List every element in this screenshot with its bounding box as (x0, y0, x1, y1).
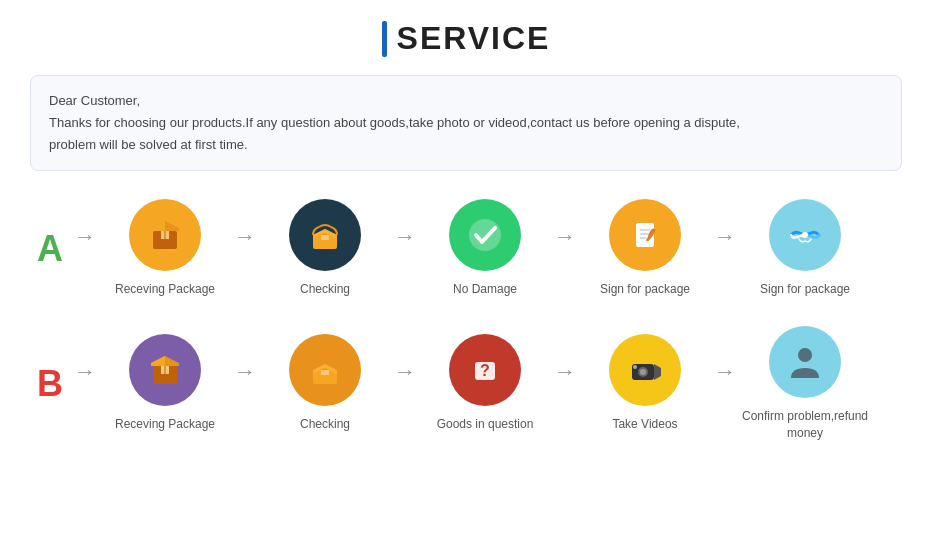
row-b-label: B (30, 363, 70, 405)
flow-row-b: B → Receving Package → (30, 326, 902, 442)
flow-section: A → Receving Package → (30, 199, 902, 441)
page-title: SERVICE (382, 20, 551, 57)
notice-line2: Thanks for choosing our products.If any … (49, 112, 883, 134)
svg-point-15 (802, 232, 808, 238)
arrow: → (394, 359, 416, 409)
step-a-5-icon (769, 199, 841, 271)
step-b-5-label: Confirm problem,refund money (740, 408, 870, 442)
step-b-1-label: Receving Package (115, 416, 215, 433)
step-a-1-label: Receving Package (115, 281, 215, 298)
svg-point-29 (640, 369, 646, 375)
step-a-5-label: Sign for package (760, 281, 850, 298)
step-a-2-label: Checking (300, 281, 350, 298)
notice-line3: problem will be solved at first time. (49, 134, 883, 156)
step-b-1-icon (129, 334, 201, 406)
step-b-4: Take Videos (580, 334, 710, 433)
step-b-1: Receving Package (100, 334, 230, 433)
step-b-3-icon: ? (449, 334, 521, 406)
svg-point-31 (633, 365, 637, 369)
step-b-2-label: Checking (300, 416, 350, 433)
step-a-1: Receving Package (100, 199, 230, 298)
svg-point-32 (798, 348, 812, 362)
step-a-2-icon (289, 199, 361, 271)
notice-line1: Dear Customer, (49, 90, 883, 112)
svg-rect-24 (321, 370, 329, 375)
svg-marker-2 (151, 221, 165, 231)
svg-rect-8 (321, 235, 329, 240)
step-b-3-label: Goods in question (437, 416, 534, 433)
step-a-4-label: Sign for package (600, 281, 690, 298)
svg-marker-30 (654, 364, 661, 380)
arrow: → (394, 224, 416, 274)
arrow: → (234, 359, 256, 409)
step-b-2: Checking (260, 334, 390, 433)
step-b-2-icon (289, 334, 361, 406)
svg-marker-18 (151, 356, 165, 366)
flow-row-a: A → Receving Package → (30, 199, 902, 298)
step-a-4-icon (609, 199, 681, 271)
step-a-5: Sign for package (740, 199, 870, 298)
title-text: SERVICE (397, 20, 551, 57)
step-b-5-icon (769, 326, 841, 398)
arrow: → (714, 359, 736, 409)
step-b-5: Confirm problem,refund money (740, 326, 870, 442)
step-b-3: ? Goods in question (420, 334, 550, 433)
svg-point-9 (469, 219, 501, 251)
step-a-3: No Damage (420, 199, 550, 298)
svg-text:?: ? (480, 362, 490, 379)
title-accent-bar (382, 21, 387, 57)
step-b-4-label: Take Videos (612, 416, 677, 433)
step-a-3-label: No Damage (453, 281, 517, 298)
arrow: → (554, 224, 576, 274)
row-a-label: A (30, 228, 70, 270)
notice-box: Dear Customer, Thanks for choosing our p… (30, 75, 902, 171)
arrow: → (74, 359, 96, 409)
step-a-1-icon (129, 199, 201, 271)
arrow: → (554, 359, 576, 409)
arrow: → (714, 224, 736, 274)
step-b-4-icon (609, 334, 681, 406)
arrow: → (74, 224, 96, 274)
arrow: → (234, 224, 256, 274)
step-a-4: Sign for package (580, 199, 710, 298)
step-a-3-icon (449, 199, 521, 271)
step-a-2: Checking (260, 199, 390, 298)
